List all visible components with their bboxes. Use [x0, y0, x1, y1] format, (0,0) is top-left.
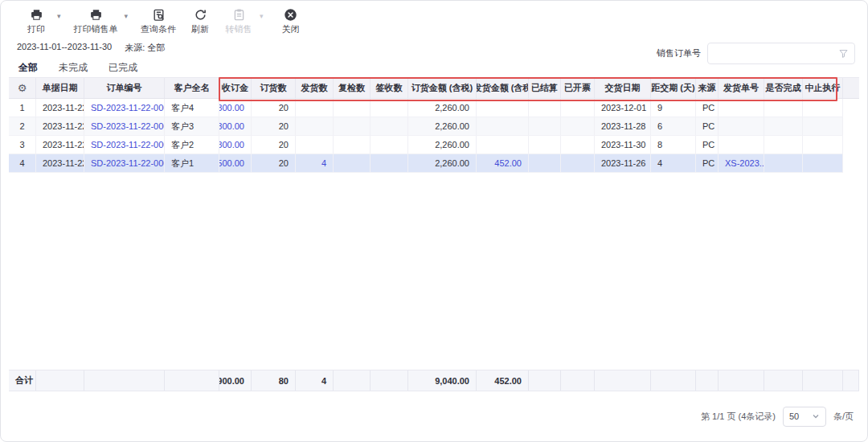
toolbar: 打印▾打印销售单▾查询条件刷新转销售▾关闭: [1, 1, 867, 36]
column-header-customer[interactable]: 客户全名: [165, 78, 219, 98]
cell-invoiced: [561, 154, 595, 172]
cell-order-amount: 2,260.00: [408, 154, 477, 172]
table-row[interactable]: 22023-11-22SD-2023-11-22-000...客户3800.00…: [9, 117, 843, 136]
cell-recheck-qty: [334, 99, 371, 117]
cell-order-no[interactable]: SD-2023-11-22-000...: [84, 117, 165, 135]
convert-to-sales-label: 转销售: [226, 24, 252, 35]
cell-customer: 客户3: [165, 117, 219, 135]
filter-funnel-icon[interactable]: [838, 48, 849, 59]
sales-order-no-input[interactable]: [714, 48, 838, 59]
column-header-filler: [843, 78, 859, 98]
column-header-ship-qty[interactable]: 发货数: [296, 78, 334, 98]
cell-ship-amount: 452.00: [477, 154, 529, 172]
column-header-invoiced[interactable]: 已开票: [561, 78, 595, 98]
cell-invoiced: [561, 99, 595, 117]
table-row[interactable]: 42023-11-22SD-2023-11-22-000...客户1500.00…: [9, 154, 843, 173]
cell-delivery-date: 2023-11-26: [595, 154, 651, 172]
total-settled: [529, 370, 561, 391]
cell-days-to-delivery: 9: [651, 99, 696, 117]
page-size-unit: 条/页: [833, 411, 854, 423]
cell-doc-date: 2023-11-22: [36, 136, 84, 153]
orders-table: ⚙单据日期订单编号客户全名收订金订货数发货数复检数签收数订货金额 (含税)发货金…: [1, 77, 867, 391]
close-button[interactable]: 关闭: [272, 8, 310, 35]
column-header-doc-date[interactable]: 单据日期: [36, 78, 84, 98]
cell-order-no[interactable]: SD-2023-11-22-000...: [84, 99, 165, 117]
page-size-select[interactable]: 50: [783, 407, 826, 427]
cell-doc-date: 2023-11-22: [36, 117, 84, 135]
column-header-ship-order-no[interactable]: 发货单号: [719, 78, 764, 98]
sales-order-no-label: 销售订单号: [657, 47, 701, 59]
clipboard-icon: [232, 8, 246, 22]
cell-ship-order-no: [719, 136, 764, 153]
cell-ship-qty: 4: [296, 154, 334, 172]
row-number: 1: [9, 99, 36, 117]
row-number: 2: [9, 117, 36, 135]
column-header-delivery-date[interactable]: 交货日期: [595, 78, 651, 98]
cell-order-amount: 2,260.00: [408, 99, 477, 117]
date-range-text: 2023-11-01--2023-11-30: [17, 42, 112, 54]
column-header-deposit[interactable]: 收订金: [219, 78, 252, 98]
cell-source: PC: [696, 136, 719, 153]
cell-delivery-date: 2023-12-01: [595, 99, 651, 117]
column-header-signed-qty[interactable]: 签收数: [371, 78, 408, 98]
search-doc-icon: [152, 8, 166, 22]
print-sales-order-dropdown-caret[interactable]: ▾: [125, 12, 129, 20]
cell-deposit: 800.00: [219, 136, 252, 153]
cell-settled: [529, 136, 561, 153]
cell-order-qty: 20: [252, 117, 296, 135]
cell-order-no[interactable]: SD-2023-11-22-000...: [84, 136, 165, 153]
refresh-button[interactable]: 刷新: [181, 8, 219, 35]
query-conditions-label: 查询条件: [141, 24, 176, 35]
cell-days-to-delivery: 8: [651, 136, 696, 153]
total-source: [696, 370, 719, 391]
total-ship-amount: 452.00: [477, 370, 529, 391]
column-header-ship-amount[interactable]: 发货金额 (含税: [477, 78, 529, 98]
cell-source: PC: [696, 99, 719, 117]
column-header-aborted[interactable]: 中止执行: [803, 78, 843, 98]
column-header-recheck-qty[interactable]: 复检数: [334, 78, 371, 98]
column-header-order-amount[interactable]: 订货金额 (含税): [408, 78, 477, 98]
print-dropdown-caret[interactable]: ▾: [57, 12, 61, 20]
column-header-settled[interactable]: 已结算: [529, 78, 561, 98]
cell-aborted: [803, 117, 843, 135]
cell-ship-order-no[interactable]: XS-2023...: [719, 154, 764, 172]
print-sales-order-button[interactable]: 打印销售单: [69, 8, 123, 35]
table-row[interactable]: 32023-11-22SD-2023-11-22-000...客户2800.00…: [9, 136, 843, 154]
cell-completed: [764, 136, 803, 153]
column-settings-gear-icon[interactable]: ⚙: [18, 82, 27, 94]
total-ship-qty: 4: [296, 370, 334, 391]
cell-order-amount: 2,260.00: [408, 117, 477, 135]
query-conditions-button[interactable]: 查询条件: [136, 8, 181, 35]
cell-order-qty: 20: [252, 136, 296, 153]
column-header-source[interactable]: 来源: [696, 78, 719, 98]
cell-doc-date: 2023-11-22: [36, 154, 84, 172]
sales-order-no-box[interactable]: [707, 43, 855, 64]
cell-doc-date: 2023-11-22: [36, 99, 84, 117]
cell-deposit: 500.00: [219, 154, 252, 172]
sales-order-window: 打印▾打印销售单▾查询条件刷新转销售▾关闭 2023-11-01--2023-1…: [0, 0, 868, 442]
convert-to-sales-button: 转销售: [219, 8, 258, 35]
cell-ship-qty: [296, 117, 334, 135]
row-number: 3: [9, 136, 36, 153]
total-aborted: [803, 370, 843, 391]
cell-order-no[interactable]: SD-2023-11-22-000...: [84, 154, 165, 172]
cell-deposit: 800.00: [219, 99, 252, 117]
print-sales-order-label: 打印销售单: [74, 24, 118, 35]
cell-recheck-qty: [334, 117, 371, 135]
print-button[interactable]: 打印: [17, 8, 55, 35]
page-info-text: 第 1/1 页 (4条记录): [701, 411, 776, 423]
cell-signed-qty: [371, 99, 408, 117]
total-deposit: 2,900.00: [219, 370, 252, 391]
cell-completed: [764, 99, 803, 117]
column-header-settings[interactable]: ⚙: [9, 78, 36, 98]
sales-order-no-filter: 销售订单号: [657, 43, 855, 64]
total-customer: [165, 370, 219, 391]
column-header-order-qty[interactable]: 订货数: [252, 78, 296, 98]
table-row[interactable]: 12023-11-22SD-2023-11-22-000...客户4800.00…: [9, 99, 843, 117]
cell-aborted: [803, 154, 843, 172]
column-header-completed[interactable]: 是否完成: [764, 78, 803, 98]
column-header-order-no[interactable]: 订单编号: [84, 78, 165, 98]
column-header-days-to-delivery[interactable]: 距交期 (天): [651, 78, 696, 98]
table-body: 12023-11-22SD-2023-11-22-000...客户4800.00…: [9, 99, 859, 173]
cell-source: PC: [696, 117, 719, 135]
